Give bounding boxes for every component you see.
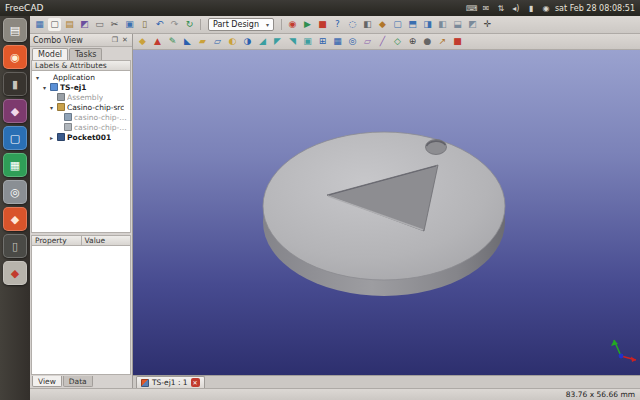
messaging-indicator-icon[interactable]: ✉ (481, 4, 491, 13)
thickness-icon[interactable]: ▣ (301, 35, 314, 48)
tree-expander-icon[interactable]: ▾ (41, 84, 48, 91)
tree-item-casino-chip-main-body[interactable]: casino-chip-main body (32, 112, 130, 122)
top-view-icon[interactable]: ⬒ (406, 18, 419, 31)
whats-this-icon[interactable]: ? (331, 18, 344, 31)
clock[interactable]: sat Feb 28 08:08:51 (555, 4, 635, 13)
datum-plane-icon[interactable]: ▱ (361, 35, 374, 48)
folder-open-icon[interactable]: ▤ (63, 18, 76, 31)
document-tab[interactable]: TS-ej1 : 1 ✕ (136, 376, 205, 388)
sketch-icon (64, 123, 72, 131)
document-tab-label: TS-ej1 : 1 (152, 378, 188, 387)
macro-play-icon[interactable]: ▶ (301, 18, 314, 31)
tree-item-label: casino-chip-main body (74, 113, 130, 122)
desktop: FreeCAD ⌨✉⇅◂)▮◉ sat Feb 28 08:08:51 ▤◉▮◆… (0, 0, 640, 400)
tree-expander-icon[interactable]: ▸ (48, 134, 55, 141)
copy-icon[interactable]: ▣ (123, 18, 136, 31)
front-view-icon[interactable]: ▢ (391, 18, 404, 31)
system-settings-icon[interactable]: ◎ (3, 180, 27, 204)
toolbar-part-design: ◆▲✎◣▰▱◐◑◢◤◥▣⊞▦◎▱╱◇⊕●↗■ (133, 34, 640, 50)
libreoffice-calc-icon[interactable]: ▦ (3, 153, 27, 177)
workbench-selector[interactable]: Part Design ▾ (208, 18, 274, 31)
tab-tasks[interactable]: Tasks (69, 48, 102, 60)
isometric-view-icon[interactable]: ◆ (376, 18, 389, 31)
tab-model[interactable]: Model (32, 48, 68, 60)
keyboard-indicator-icon[interactable]: ⌨ (466, 4, 476, 13)
refresh-icon[interactable]: ↻ (183, 18, 196, 31)
measure-icon[interactable]: ✛ (481, 18, 494, 31)
polar-pattern-icon[interactable]: ◎ (346, 35, 359, 48)
volume-indicator-icon[interactable]: ◂) (511, 4, 521, 13)
print-icon[interactable]: ▭ (93, 18, 106, 31)
model-tree: ▾Application▾TS-ej1Assembly▾Casino-chip-… (31, 71, 131, 233)
fit-all-icon[interactable]: ◌ (346, 18, 359, 31)
mirror-icon[interactable]: ⊞ (316, 35, 329, 48)
battery-indicator-icon[interactable]: ▮ (526, 4, 536, 13)
combo-view-titlebar[interactable]: Combo View ❐ ✕ (30, 34, 132, 47)
boolean-icon[interactable]: ⊕ (406, 35, 419, 48)
document-new-icon[interactable]: ▢ (48, 18, 61, 31)
window-title[interactable]: FreeCAD (5, 3, 43, 13)
tree-item-application[interactable]: ▾Application (32, 72, 130, 82)
right-view-icon[interactable]: ◨ (421, 18, 434, 31)
tree-item-casino-chip-key-chain[interactable]: casino-chip-key-chain (32, 122, 130, 132)
tree-expander-icon[interactable]: ▾ (48, 104, 55, 111)
files-icon[interactable]: ▤ (3, 18, 27, 42)
cut-icon[interactable]: ✂ (108, 18, 121, 31)
document-tab-bar: TS-ej1 : 1 ✕ (133, 375, 640, 388)
edit-sketch-icon[interactable]: ✎ (166, 35, 179, 48)
rear-view-icon[interactable]: ◧ (436, 18, 449, 31)
shape-binder-icon[interactable]: ◇ (391, 35, 404, 48)
create-body-icon[interactable]: ◆ (136, 35, 149, 48)
app-grid-icon[interactable]: ▦ (33, 18, 46, 31)
dimension-readout: 83.76 x 56.66 mm (566, 390, 635, 399)
tree-item-casino-chip-src[interactable]: ▾Casino-chip-src (32, 102, 130, 112)
create-sketch-icon[interactable]: ▲ (151, 35, 164, 48)
undo-icon[interactable]: ↶ (153, 18, 166, 31)
linear-pattern-icon[interactable]: ▦ (331, 35, 344, 48)
pad-icon[interactable]: ▰ (196, 35, 209, 48)
freecad-icon[interactable]: ◆ (3, 261, 27, 285)
fillet-icon[interactable]: ◢ (256, 35, 269, 48)
network-indicator-icon[interactable]: ⇅ (496, 4, 506, 13)
close-document-icon[interactable]: ✕ (191, 378, 200, 387)
macro-stop-icon[interactable]: ■ (316, 18, 329, 31)
hole-icon[interactable]: ● (421, 35, 434, 48)
draft-icon[interactable]: ◥ (286, 35, 299, 48)
tab-data[interactable]: Data (63, 376, 93, 387)
revolution-icon[interactable]: ◐ (226, 35, 239, 48)
tab-view[interactable]: View (32, 376, 62, 387)
chamfer-icon[interactable]: ◤ (271, 35, 284, 48)
float-panel-icon[interactable]: ❐ (111, 36, 119, 44)
3d-viewport[interactable] (133, 50, 640, 375)
property-column-header[interactable]: Property (31, 235, 82, 246)
close-panel-icon[interactable]: ✕ (121, 36, 129, 44)
pocket-icon[interactable]: ▱ (211, 35, 224, 48)
migrate-icon[interactable]: ↗ (436, 35, 449, 48)
chevron-down-icon: ▾ (266, 21, 269, 28)
bottom-view-icon[interactable]: ⬓ (451, 18, 464, 31)
trash-icon[interactable]: ▯ (3, 234, 27, 258)
terminal-icon[interactable]: ▮ (3, 72, 27, 96)
session-indicator-icon[interactable]: ◉ (541, 4, 551, 13)
document-save-icon[interactable]: ◩ (78, 18, 91, 31)
firefox-icon[interactable]: ◉ (3, 45, 27, 69)
ubuntu-software-icon[interactable]: ◆ (3, 207, 27, 231)
tree-item-pocket001[interactable]: ▸Pocket001 (32, 132, 130, 142)
libreoffice-writer-icon[interactable]: ▢ (3, 126, 27, 150)
stop-operation-icon[interactable]: ■ (451, 35, 464, 48)
property-table-body[interactable] (31, 246, 131, 375)
combo-view-title: Combo View (33, 36, 83, 45)
macro-record-icon[interactable]: ◉ (286, 18, 299, 31)
draw-style-icon[interactable]: ◧ (361, 18, 374, 31)
redo-icon[interactable]: ↷ (168, 18, 181, 31)
groove-icon[interactable]: ◑ (241, 35, 254, 48)
value-column-header[interactable]: Value (82, 235, 132, 246)
amazon-icon[interactable]: ◆ (3, 99, 27, 123)
paste-icon[interactable]: ▯ (138, 18, 151, 31)
left-view-icon[interactable]: ◩ (466, 18, 479, 31)
datum-line-icon[interactable]: ╱ (376, 35, 389, 48)
tree-expander-icon[interactable]: ▾ (34, 74, 41, 81)
tree-item-ts-ej1[interactable]: ▾TS-ej1 (32, 82, 130, 92)
tree-item-assembly[interactable]: Assembly (32, 92, 130, 102)
map-sketch-icon[interactable]: ◣ (181, 35, 194, 48)
